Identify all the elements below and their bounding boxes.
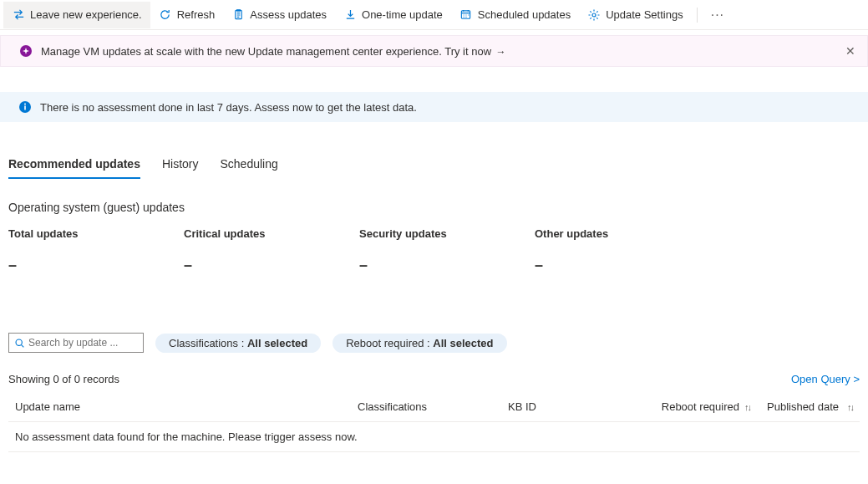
info-text: There is no assessment done in last 7 da…: [40, 101, 417, 114]
tabs: Recommended updates History Scheduling: [8, 152, 860, 179]
stats-row: Total updates – Critical updates – Secur…: [8, 227, 860, 274]
sort-icon: ↑↓: [744, 402, 750, 412]
stat-other: Other updates –: [535, 227, 710, 274]
swap-icon: [12, 8, 25, 22]
sparkle-icon: [19, 44, 33, 58]
settings-label: Update Settings: [606, 8, 683, 21]
stat-critical: Critical updates –: [184, 227, 359, 274]
calendar-icon: [459, 8, 473, 22]
leave-label: Leave new experience.: [30, 8, 142, 21]
assess-button[interactable]: Assess updates: [223, 2, 335, 28]
stat-security-value: –: [359, 257, 535, 274]
leave-experience-button[interactable]: Leave new experience.: [3, 2, 150, 28]
th-reboot[interactable]: Reboot required ↑↓: [625, 400, 750, 413]
toolbar: Leave new experience. Refresh Assess upd…: [0, 0, 868, 30]
stat-security: Security updates –: [359, 227, 535, 274]
th-kb-id[interactable]: KB ID: [508, 400, 625, 413]
records-count: Showing 0 of 0 records: [8, 373, 119, 385]
tab-scheduling[interactable]: Scheduling: [221, 152, 278, 179]
clipboard-icon: [231, 8, 245, 22]
search-box[interactable]: [8, 333, 144, 353]
scheduled-label: Scheduled updates: [478, 8, 571, 21]
promo-message: Manage VM updates at scale with the new …: [41, 45, 444, 58]
th-classifications[interactable]: Classifications: [358, 400, 508, 413]
records-row: Showing 0 of 0 records Open Query >: [8, 373, 860, 385]
content-area: Recommended updates History Scheduling O…: [0, 152, 868, 452]
assess-label: Assess updates: [250, 8, 327, 21]
stat-total: Total updates –: [8, 227, 184, 274]
stat-critical-label: Critical updates: [184, 227, 359, 240]
tab-history[interactable]: History: [162, 152, 199, 179]
svg-point-2: [592, 13, 596, 17]
refresh-button[interactable]: Refresh: [150, 2, 224, 28]
svg-rect-5: [24, 106, 26, 110]
open-query-link[interactable]: Open Query >: [791, 373, 860, 385]
download-icon: [343, 8, 357, 22]
info-banner: There is no assessment done in last 7 da…: [0, 92, 868, 122]
scheduled-button[interactable]: Scheduled updates: [451, 2, 579, 28]
info-icon: [18, 100, 32, 114]
refresh-icon: [159, 8, 172, 22]
refresh-label: Refresh: [177, 8, 216, 21]
search-input[interactable]: [28, 337, 138, 349]
empty-state: No assessment data found for the machine…: [8, 422, 860, 452]
th-published[interactable]: Published date ↑↓: [750, 400, 853, 413]
th-update-name[interactable]: Update name: [15, 400, 358, 413]
promo-text: Manage VM updates at scale with the new …: [41, 45, 505, 58]
stat-total-label: Total updates: [8, 227, 184, 240]
toolbar-separator: [697, 8, 698, 23]
table-header: Update name Classifications KB ID Reboot…: [8, 392, 860, 422]
settings-button[interactable]: Update Settings: [579, 2, 692, 28]
onetime-label: One-time update: [362, 8, 443, 21]
filter-classifications[interactable]: Classifications : All selected: [155, 334, 321, 353]
search-icon: [14, 337, 25, 349]
stat-other-value: –: [535, 257, 710, 274]
arrow-right-icon: →: [493, 46, 505, 58]
stat-other-label: Other updates: [535, 227, 710, 240]
svg-point-6: [24, 104, 26, 105]
stat-security-label: Security updates: [359, 227, 535, 240]
sort-icon: ↑↓: [847, 402, 853, 412]
section-title: Operating system (guest) updates: [8, 201, 860, 214]
stat-total-value: –: [8, 257, 184, 274]
filter-reboot[interactable]: Reboot required : All selected: [332, 334, 506, 353]
close-icon[interactable]: ✕: [845, 44, 855, 58]
try-it-link[interactable]: Try it now →: [444, 45, 505, 58]
promo-banner: Manage VM updates at scale with the new …: [0, 35, 868, 67]
more-button[interactable]: ···: [703, 8, 733, 23]
svg-point-7: [16, 339, 22, 345]
gear-icon: [587, 8, 601, 22]
stat-critical-value: –: [184, 257, 359, 274]
tab-recommended[interactable]: Recommended updates: [8, 152, 140, 179]
filter-row: Classifications : All selected Reboot re…: [8, 333, 860, 353]
onetime-button[interactable]: One-time update: [335, 2, 451, 28]
